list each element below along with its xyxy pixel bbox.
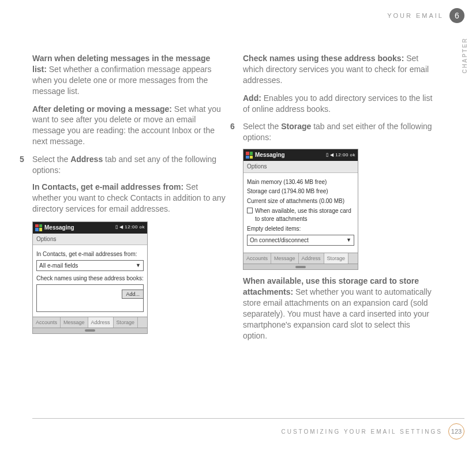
ss-add-button[interactable]: Add... [122,290,144,299]
ss-check-label: When available, use this storage card to… [255,207,354,223]
para-warn-delete: Warn when deleting messages in the messa… [32,53,226,97]
bold-label: Address [70,155,103,164]
step-text: Select the [32,155,70,164]
page-number-badge: 123 [448,423,464,439]
ss-label: Empty deleted items: [247,225,354,233]
ss-listbox[interactable]: Add... [36,284,144,312]
bold-label: After deleting or moving a message: [32,104,172,114]
step-body: Select the Address tab and set any of th… [32,154,226,176]
page-footer: CUSTOMIZING YOUR EMAIL SETTINGS 123 [32,418,464,439]
ss-mem-attach: Current size of attachments (0.00 MB) [247,197,354,205]
body-text: Set whether a confirmation message appea… [32,65,212,96]
para-add: Add: Enables you to add directory servic… [243,93,436,115]
chevron-down-icon: ▼ [136,262,141,269]
left-column: Warn when deleting messages in the messa… [32,53,226,348]
ss-tabs: Accounts Message Address Storage [33,317,147,328]
ss-tabs: Accounts Message Address Storage [243,253,358,264]
ss-combo-value: All e-mail fields [39,262,78,270]
bold-label: In Contacts, get e-mail addresses from: [32,182,183,191]
ss-tab-address[interactable]: Address [299,253,324,264]
step-6: 6 Select the Storage tab and set either … [230,121,436,143]
screenshot-address-options: Messaging ▯ ◀ 12:00 ok Options In Contac… [32,221,148,334]
ss-tab-storage[interactable]: Storage [324,253,349,264]
step-5: 5 Select the Address tab and set any of … [20,154,226,176]
ss-titlebar: Messaging ▯ ◀ 12:00 ok [243,149,358,161]
windows-icon [35,224,42,231]
chapter-label: CHAPTER [462,37,468,73]
ss-label: Check names using these address books: [36,275,144,283]
step-body: Select the Storage tab and set either of… [243,121,436,143]
chapter-number-badge: 6 [449,8,464,23]
ss-combo-email-fields[interactable]: All e-mail fields ▼ [36,260,144,272]
para-when-available: When available, use this storage card to… [243,276,436,341]
page-header: YOUR EMAIL 6 [387,8,464,23]
ss-title-text: Messaging [44,224,113,232]
ss-body: Main memory (130.46 MB free) Storage car… [243,173,358,253]
bold-label: Add: [243,93,261,103]
ss-resize-handle [243,264,358,269]
ss-resize-handle [33,328,147,333]
ss-tab-accounts[interactable]: Accounts [243,253,271,264]
header-title: YOUR EMAIL [387,12,444,19]
ss-mem-card: Storage card (1794.80 MB free) [247,187,354,196]
windows-icon [246,152,253,159]
chevron-down-icon: ▼ [346,236,351,243]
ss-mem-main: Main memory (130.46 MB free) [247,178,354,186]
bold-label: Check names using these address books: [243,54,404,63]
para-check-names: Check names using these address books: S… [243,53,436,86]
para-after-delete: After deleting or moving a message: Set … [32,104,226,148]
ss-tab-accounts[interactable]: Accounts [33,317,61,328]
ss-body: In Contacts, get e-mail addresses from: … [33,245,147,317]
ss-subheader: Options [33,234,147,246]
ss-combo-empty-deleted[interactable]: On connect/disconnect ▼ [247,235,354,246]
step-number: 6 [230,121,237,143]
ss-tab-storage[interactable]: Storage [114,317,138,328]
step-text: Select the [243,122,281,131]
footer-title: CUSTOMIZING YOUR EMAIL SETTINGS [281,429,443,435]
para-in-contacts: In Contacts, get e-mail addresses from: … [32,182,226,215]
ss-tab-message[interactable]: Message [61,317,88,328]
bold-label: Storage [281,122,311,131]
ss-title-text: Messaging [255,151,324,159]
ss-titlebar: Messaging ▯ ◀ 12:00 ok [33,222,147,234]
step-number: 5 [20,154,27,176]
content-columns: Warn when deleting messages in the messa… [32,53,436,348]
ss-combo-value: On connect/disconnect [250,236,309,245]
ss-label: In Contacts, get e-mail addresses from: [36,250,144,258]
body-text: Enables you to add directory services to… [243,93,432,114]
checkbox-icon [247,208,253,213]
ss-checkbox-storage-card[interactable]: When available, use this storage card to… [247,207,354,223]
ss-subheader: Options [243,161,358,173]
ss-status: ▯ ◀ 12:00 ok [115,224,145,231]
ss-status: ▯ ◀ 12:00 ok [326,152,355,159]
right-column: Check names using these address books: S… [243,53,436,348]
ss-tab-address[interactable]: Address [88,317,114,328]
screenshot-storage-options: Messaging ▯ ◀ 12:00 ok Options Main memo… [243,149,358,270]
ss-tab-message[interactable]: Message [271,253,299,264]
